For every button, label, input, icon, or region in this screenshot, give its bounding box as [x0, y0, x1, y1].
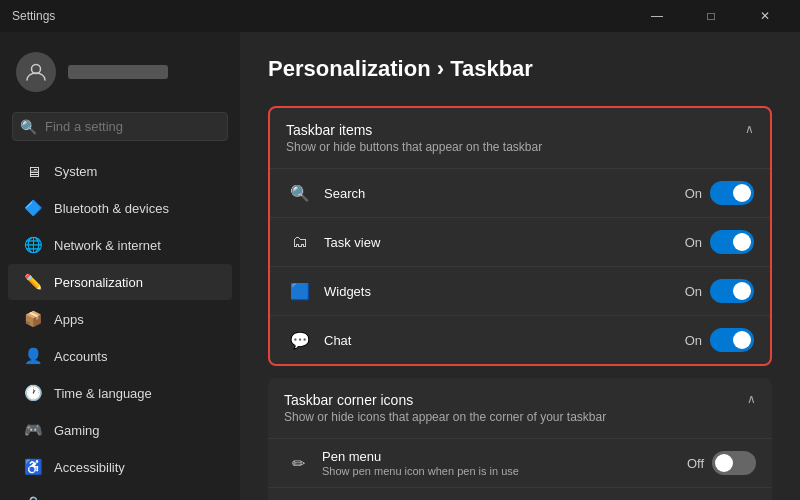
- svg-point-0: [32, 65, 41, 74]
- bluetooth-icon: 🔷: [24, 199, 42, 217]
- page-header: Personalization › Taskbar: [268, 56, 772, 82]
- maximize-button[interactable]: □: [688, 0, 734, 32]
- row-control-2: On: [685, 279, 754, 303]
- row-title-3: Chat: [324, 333, 685, 348]
- accessibility-icon: ♿: [24, 458, 42, 476]
- row-icon-0: 🔍: [286, 179, 314, 207]
- sidebar-item-personalization[interactable]: ✏️ Personalization: [8, 264, 232, 300]
- taskbar-items-section: Taskbar items Show or hide buttons that …: [268, 106, 772, 366]
- toggle-2[interactable]: [710, 279, 754, 303]
- sidebar-item-label-apps: Apps: [54, 312, 84, 327]
- sidebar-item-label-network: Network & internet: [54, 238, 161, 253]
- toggle-0[interactable]: [710, 181, 754, 205]
- main-content: Personalization › Taskbar Taskbar items …: [240, 32, 800, 500]
- corner-info-0: Pen menu Show pen menu icon when pen is …: [322, 449, 687, 477]
- taskbar-corner-section: Taskbar corner icons Show or hide icons …: [268, 378, 772, 500]
- row-info-1: Task view: [324, 235, 685, 250]
- corner-toggle-thumb-0: [715, 454, 733, 472]
- corner-toggle-track-0[interactable]: [712, 451, 756, 475]
- nav-container: 🖥 System 🔷 Bluetooth & devices 🌐 Network…: [0, 153, 240, 500]
- toggle-label-0: On: [685, 186, 702, 201]
- row-icon-3: 💬: [286, 326, 314, 354]
- toggle-1[interactable]: [710, 230, 754, 254]
- corner-icon-0: ✏: [284, 449, 312, 477]
- taskbar-item-row-0: 🔍 Search On: [270, 169, 770, 218]
- search-box[interactable]: 🔍: [12, 112, 228, 141]
- row-info-3: Chat: [324, 333, 685, 348]
- toggle-3[interactable]: [710, 328, 754, 352]
- sidebar-item-label-time: Time & language: [54, 386, 152, 401]
- corner-control-0: Off: [687, 451, 756, 475]
- sidebar-item-system[interactable]: 🖥 System: [8, 153, 232, 189]
- taskbar-items-header-text: Taskbar items Show or hide buttons that …: [286, 122, 542, 154]
- sidebar-item-apps[interactable]: 📦 Apps: [8, 301, 232, 337]
- toggle-thumb-1: [733, 233, 751, 251]
- taskbar-corner-header-text: Taskbar corner icons Show or hide icons …: [284, 392, 606, 424]
- breadcrumb-current: Taskbar: [450, 56, 533, 81]
- titlebar-controls: — □ ✕: [634, 0, 788, 32]
- breadcrumb-separator: ›: [431, 56, 451, 81]
- taskbar-corner-rows: ✏ Pen menu Show pen menu icon when pen i…: [268, 439, 772, 500]
- search-input[interactable]: [12, 112, 228, 141]
- row-info-0: Search: [324, 186, 685, 201]
- toggle-track-2[interactable]: [710, 279, 754, 303]
- sidebar-item-label-accounts: Accounts: [54, 349, 107, 364]
- sidebar-item-accounts[interactable]: 👤 Accounts: [8, 338, 232, 374]
- user-name-placeholder: [68, 65, 168, 79]
- sidebar-item-label-accessibility: Accessibility: [54, 460, 125, 475]
- sidebar: 🔍 🖥 System 🔷 Bluetooth & devices 🌐 Netwo…: [0, 32, 240, 500]
- taskbar-corner-subtitle: Show or hide icons that appear on the co…: [284, 410, 606, 424]
- gaming-icon: 🎮: [24, 421, 42, 439]
- row-info-2: Widgets: [324, 284, 685, 299]
- sidebar-item-gaming[interactable]: 🎮 Gaming: [8, 412, 232, 448]
- apps-icon: 📦: [24, 310, 42, 328]
- row-control-1: On: [685, 230, 754, 254]
- taskbar-items-title: Taskbar items: [286, 122, 542, 138]
- taskbar-items-rows: 🔍 Search On 🗂 Task view On 🟦: [270, 169, 770, 364]
- toggle-thumb-2: [733, 282, 751, 300]
- taskbar-items-chevron[interactable]: ∧: [745, 122, 754, 136]
- toggle-label-3: On: [685, 333, 702, 348]
- taskbar-corner-header: Taskbar corner icons Show or hide icons …: [268, 378, 772, 439]
- taskbar-item-row-1: 🗂 Task view On: [270, 218, 770, 267]
- breadcrumb-parent: Personalization: [268, 56, 431, 81]
- sidebar-item-privacy[interactable]: 🔒 Privacy & security: [8, 486, 232, 500]
- corner-row-0: ✏ Pen menu Show pen menu icon when pen i…: [268, 439, 772, 488]
- close-button[interactable]: ✕: [742, 0, 788, 32]
- sidebar-item-label-gaming: Gaming: [54, 423, 100, 438]
- row-control-3: On: [685, 328, 754, 352]
- toggle-thumb-0: [733, 184, 751, 202]
- corner-title-0: Pen menu: [322, 449, 687, 464]
- minimize-button[interactable]: —: [634, 0, 680, 32]
- user-section: [0, 40, 240, 104]
- taskbar-items-header: Taskbar items Show or hide buttons that …: [270, 108, 770, 169]
- time-icon: 🕐: [24, 384, 42, 402]
- privacy-icon: 🔒: [24, 495, 42, 500]
- taskbar-corner-chevron[interactable]: ∧: [747, 392, 756, 406]
- search-icon: 🔍: [20, 119, 37, 135]
- sidebar-item-accessibility[interactable]: ♿ Accessibility: [8, 449, 232, 485]
- row-icon-1: 🗂: [286, 228, 314, 256]
- network-icon: 🌐: [24, 236, 42, 254]
- accounts-icon: 👤: [24, 347, 42, 365]
- corner-toggle-0[interactable]: [712, 451, 756, 475]
- row-control-0: On: [685, 181, 754, 205]
- sidebar-item-bluetooth[interactable]: 🔷 Bluetooth & devices: [8, 190, 232, 226]
- titlebar: Settings — □ ✕: [0, 0, 800, 32]
- sidebar-item-time[interactable]: 🕐 Time & language: [8, 375, 232, 411]
- corner-toggle-label-0: Off: [687, 456, 704, 471]
- sidebar-item-network[interactable]: 🌐 Network & internet: [8, 227, 232, 263]
- toggle-track-3[interactable]: [710, 328, 754, 352]
- row-icon-2: 🟦: [286, 277, 314, 305]
- corner-desc-0: Show pen menu icon when pen is in use: [322, 465, 687, 477]
- sidebar-item-label-bluetooth: Bluetooth & devices: [54, 201, 169, 216]
- corner-row-1: ⌨ Touch keyboard Always show touch keybo…: [268, 488, 772, 500]
- toggle-track-1[interactable]: [710, 230, 754, 254]
- row-title-0: Search: [324, 186, 685, 201]
- toggle-track-0[interactable]: [710, 181, 754, 205]
- titlebar-title: Settings: [12, 9, 55, 23]
- page-title: Personalization › Taskbar: [268, 56, 772, 82]
- app-layout: 🔍 🖥 System 🔷 Bluetooth & devices 🌐 Netwo…: [0, 32, 800, 500]
- toggle-label-1: On: [685, 235, 702, 250]
- row-title-1: Task view: [324, 235, 685, 250]
